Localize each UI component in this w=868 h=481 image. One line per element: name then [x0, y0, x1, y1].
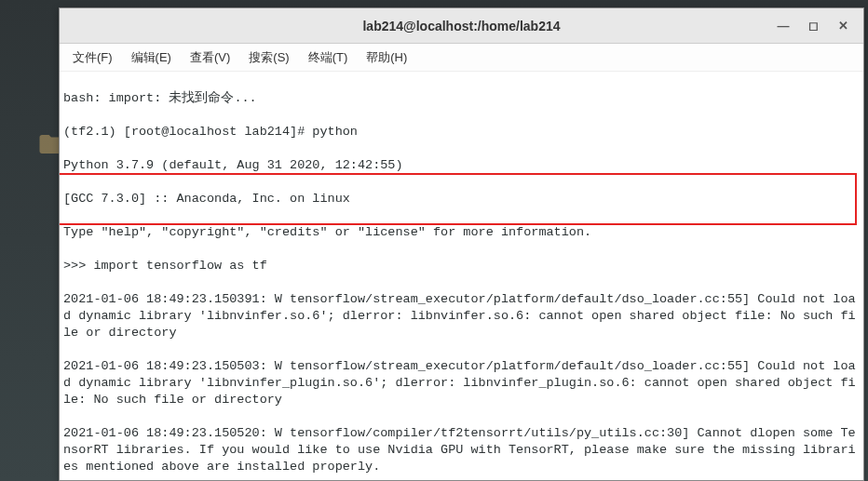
- terminal-line: (tf2.1) [root@localhost lab214]# python: [63, 124, 860, 140]
- window-title: lab214@localhost:/home/lab214: [362, 19, 560, 33]
- terminal-line: 2021-01-06 18:49:23.150520: W tensorflow…: [63, 425, 860, 475]
- terminal-line: 2021-01-06 18:49:23.150391: W tensorflow…: [63, 291, 860, 341]
- menu-view[interactable]: 查看(V): [183, 47, 237, 69]
- titlebar[interactable]: lab214@localhost:/home/lab214 — ◻ ✕: [60, 8, 863, 44]
- terminal-line: Type "help", "copyright", "credits" or "…: [63, 224, 860, 241]
- terminal-line: >>> import tensorflow as tf: [63, 258, 860, 274]
- terminal-line: [GCC 7.3.0] :: Anaconda, Inc. on linux: [63, 191, 860, 207]
- menu-terminal[interactable]: 终端(T): [301, 47, 356, 69]
- menu-file[interactable]: 文件(F): [65, 47, 120, 69]
- terminal-window: lab214@localhost:/home/lab214 — ◻ ✕ 文件(F…: [59, 7, 864, 481]
- close-button[interactable]: ✕: [834, 17, 852, 35]
- maximize-button[interactable]: ◻: [804, 17, 822, 35]
- terminal-line: Python 3.7.9 (default, Aug 31 2020, 12:4…: [63, 157, 860, 174]
- terminal-line: 2021-01-06 18:49:23.150503: W tensorflow…: [63, 358, 860, 408]
- menu-search[interactable]: 搜索(S): [241, 47, 296, 69]
- window-controls: — ◻ ✕: [774, 8, 860, 43]
- terminal-line: bash: import: 未找到命令...: [63, 90, 860, 107]
- minimize-button[interactable]: —: [774, 17, 793, 35]
- menubar: 文件(F) 编辑(E) 查看(V) 搜索(S) 终端(T) 帮助(H): [60, 44, 863, 72]
- menu-edit[interactable]: 编辑(E): [124, 47, 179, 69]
- menu-help[interactable]: 帮助(H): [359, 47, 414, 69]
- desktop: lab214@localhost:/home/lab214 — ◻ ✕ 文件(F…: [0, 0, 868, 481]
- terminal-content[interactable]: bash: import: 未找到命令... (tf2.1) [root@loc…: [60, 72, 863, 480]
